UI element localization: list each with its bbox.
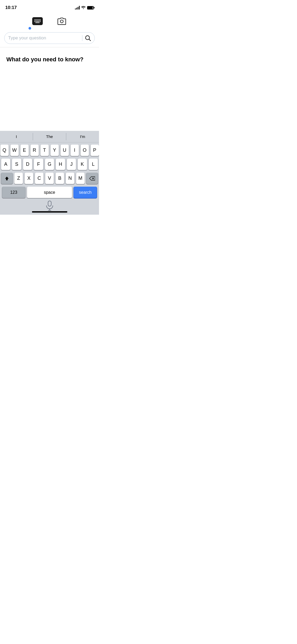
svg-rect-10 bbox=[37, 20, 38, 21]
key-a[interactable]: A bbox=[1, 159, 10, 170]
key-m[interactable]: M bbox=[76, 173, 85, 184]
keyboard: I The I'm Q W E R T Y U I O P A S D F G … bbox=[0, 131, 99, 215]
mic-icon[interactable] bbox=[46, 201, 54, 211]
key-u[interactable]: U bbox=[60, 145, 69, 156]
svg-rect-15 bbox=[40, 21, 41, 22]
svg-rect-13 bbox=[34, 21, 36, 22]
key-v[interactable]: V bbox=[45, 173, 54, 184]
key-i[interactable]: I bbox=[70, 145, 79, 156]
svg-rect-8 bbox=[35, 20, 36, 21]
key-t[interactable]: T bbox=[40, 145, 49, 156]
key-r[interactable]: R bbox=[30, 145, 39, 156]
key-k[interactable]: K bbox=[78, 159, 87, 170]
mic-row bbox=[0, 200, 99, 211]
main-heading: What do you need to know? bbox=[6, 56, 93, 63]
key-y[interactable]: Y bbox=[50, 145, 59, 156]
key-g[interactable]: G bbox=[45, 159, 54, 170]
main-content: What do you need to know? bbox=[0, 47, 99, 72]
shift-key[interactable] bbox=[1, 173, 13, 184]
key-s[interactable]: S bbox=[12, 159, 21, 170]
bottom-row: 123 space search bbox=[1, 187, 98, 198]
svg-rect-12 bbox=[40, 20, 41, 21]
search-button[interactable] bbox=[85, 35, 91, 41]
key-f[interactable]: F bbox=[34, 159, 43, 170]
key-e[interactable]: E bbox=[20, 145, 29, 156]
status-time: 10:17 bbox=[5, 5, 17, 10]
delete-key[interactable] bbox=[86, 173, 98, 184]
suggestion-i[interactable]: I bbox=[0, 131, 33, 142]
home-indicator bbox=[32, 211, 67, 213]
camera-icon[interactable] bbox=[56, 16, 68, 26]
key-c[interactable]: C bbox=[35, 173, 44, 184]
toolbar bbox=[0, 12, 99, 26]
search-input[interactable] bbox=[8, 35, 79, 41]
svg-rect-4 bbox=[37, 19, 38, 20]
status-bar: 10:17 bbox=[0, 0, 99, 12]
key-z[interactable]: Z bbox=[14, 173, 23, 184]
svg-rect-5 bbox=[39, 19, 39, 20]
key-l[interactable]: L bbox=[89, 159, 98, 170]
wifi-icon bbox=[81, 6, 86, 10]
svg-rect-3 bbox=[36, 19, 37, 20]
signal-icon bbox=[75, 6, 80, 10]
svg-rect-2 bbox=[35, 19, 36, 20]
keyboard-icon[interactable] bbox=[32, 16, 43, 26]
search-divider bbox=[82, 35, 82, 41]
key-d[interactable]: D bbox=[23, 159, 32, 170]
svg-rect-14 bbox=[36, 21, 39, 22]
status-icons bbox=[75, 6, 94, 10]
search-bar-container bbox=[0, 30, 99, 44]
key-q[interactable]: Q bbox=[0, 145, 9, 156]
key-j[interactable]: J bbox=[67, 159, 76, 170]
svg-rect-9 bbox=[36, 20, 37, 21]
svg-rect-11 bbox=[39, 20, 39, 21]
key-row-3: Z X C V B N M bbox=[1, 173, 98, 184]
svg-rect-22 bbox=[48, 201, 51, 206]
battery-icon bbox=[87, 6, 94, 10]
search-key[interactable]: search bbox=[74, 187, 97, 198]
key-x[interactable]: X bbox=[25, 173, 33, 184]
active-indicator bbox=[29, 27, 31, 30]
key-o[interactable]: O bbox=[81, 145, 89, 156]
numbers-key[interactable]: 123 bbox=[2, 187, 25, 198]
home-bar-container bbox=[0, 211, 99, 215]
svg-line-19 bbox=[89, 39, 91, 41]
space-key[interactable]: space bbox=[27, 187, 72, 198]
key-w[interactable]: W bbox=[10, 145, 19, 156]
key-p[interactable]: P bbox=[91, 145, 99, 156]
key-h[interactable]: H bbox=[56, 159, 65, 170]
key-row-1: Q W E R T Y U I O P bbox=[1, 145, 98, 156]
svg-rect-6 bbox=[40, 19, 41, 20]
keyboard-rows: Q W E R T Y U I O P A S D F G H J K L bbox=[0, 142, 99, 200]
search-bar bbox=[4, 32, 95, 44]
suggestion-im[interactable]: I'm bbox=[66, 131, 99, 142]
suggestion-the[interactable]: The bbox=[33, 131, 66, 142]
svg-point-17 bbox=[60, 20, 63, 23]
svg-rect-7 bbox=[34, 20, 35, 21]
svg-rect-16 bbox=[35, 22, 40, 23]
svg-rect-1 bbox=[34, 19, 35, 20]
svg-point-18 bbox=[86, 36, 89, 40]
suggestions-bar: I The I'm bbox=[0, 131, 99, 142]
key-row-2: A S D F G H J K L bbox=[1, 159, 98, 170]
key-b[interactable]: B bbox=[55, 173, 64, 184]
key-n[interactable]: N bbox=[66, 173, 74, 184]
